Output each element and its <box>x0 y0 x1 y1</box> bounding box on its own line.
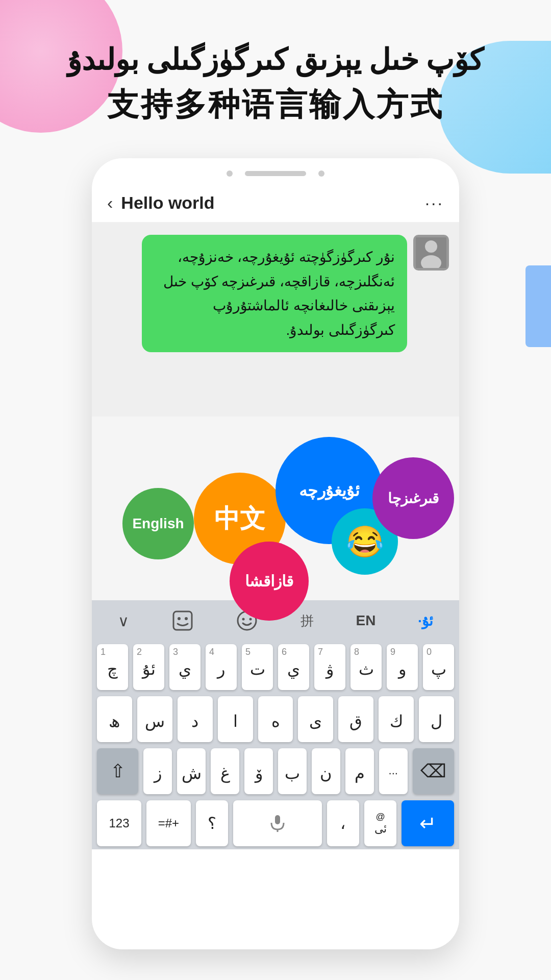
message-bubble: نۇر كىرگۈزگۈچتە ئۇيغۇرچە، خەنزۇچە، ئەنگل… <box>142 235 407 352</box>
key-4-r[interactable]: 4ر <box>206 644 237 690</box>
avatar-image <box>416 237 446 268</box>
key-ellipsis[interactable]: ··· <box>379 748 408 794</box>
backspace-key[interactable]: ⌫ <box>413 748 454 794</box>
shift-icon: ⇧ <box>110 761 126 782</box>
keyboard-row-1: 1چ 2ئۇ 3ي 4ر 5ت 6ي 7ۋ 8ث 9و 0پ <box>92 641 459 693</box>
dot-1 <box>227 170 233 177</box>
chat-title: Hello world <box>121 193 214 213</box>
phone-mockup: ‹ Hello world ··· نۇر كىرگۈزگۈچتە ئۇيغۇر… <box>92 158 459 949</box>
message-row: نۇر كىرگۈزگۈچتە ئۇيغۇرچە، خەنزۇچە، ئەنگل… <box>142 235 449 404</box>
toolbar-sticker-button[interactable] <box>171 609 194 632</box>
toolbar-collapse-button[interactable]: ∨ <box>118 612 129 630</box>
svg-point-5 <box>185 617 188 620</box>
chat-header-left: ‹ Hello world <box>107 193 215 213</box>
keyboard-row-4: 123 =#+ ؟ ، @ئى ↵ <box>92 797 459 849</box>
space-key[interactable] <box>233 800 322 846</box>
keyboard-row-3: ⇧ ز ش غ ۆ ب ن م ··· ⌫ <box>92 745 459 797</box>
backspace-icon: ⌫ <box>420 761 446 782</box>
key-1-ch[interactable]: 1چ <box>97 644 128 690</box>
microphone-icon <box>268 814 287 832</box>
bg-decoration-blue-rect <box>525 265 551 347</box>
key-7-w[interactable]: 7ۋ <box>314 644 345 690</box>
key-5-t[interactable]: 5ت <box>242 644 273 690</box>
toolbar-english-button[interactable]: EN <box>356 612 375 629</box>
header-area: كۆپ خىل يېزىق كىرگۈزگىلى بولىدۇ 支持多种语言输入… <box>46 41 505 126</box>
key-l[interactable]: ل <box>419 696 454 742</box>
key-special[interactable]: =#+ <box>146 800 191 846</box>
svg-point-7 <box>242 618 245 621</box>
toolbar-pinyin-button[interactable]: 拼 <box>300 612 314 630</box>
key-i[interactable]: ى <box>298 696 333 742</box>
dot-2 <box>318 170 324 177</box>
toolbar-uyghur-button[interactable]: ئۇ· <box>418 612 433 629</box>
key-b[interactable]: ب <box>278 748 307 794</box>
key-2-uu[interactable]: 2ئۇ <box>133 644 164 690</box>
key-n[interactable]: ن <box>312 748 340 794</box>
top-pill <box>245 171 306 176</box>
bubble-english[interactable]: English <box>122 488 194 559</box>
enter-icon: ↵ <box>419 812 437 835</box>
sticker-icon <box>171 609 194 632</box>
key-m[interactable]: م <box>345 748 374 794</box>
key-comma[interactable]: ، <box>327 800 359 846</box>
key-d[interactable]: د <box>178 696 213 742</box>
keyboard-area: 1چ 2ئۇ 3ي 4ر 5ت 6ي 7ۋ 8ث 9و 0پ ھ س د ا ە… <box>92 641 459 849</box>
enter-key[interactable]: ↵ <box>402 800 454 846</box>
key-9-o[interactable]: 9و <box>387 644 418 690</box>
header-chinese-text: 支持多种语言输入方式 <box>46 83 505 126</box>
key-k[interactable]: ك <box>379 696 414 742</box>
key-s[interactable]: س <box>137 696 172 742</box>
key-h[interactable]: ھ <box>97 696 132 742</box>
key-gh[interactable]: غ <box>211 748 239 794</box>
svg-rect-3 <box>173 611 192 630</box>
key-8-th[interactable]: 8ث <box>350 644 382 690</box>
svg-point-1 <box>425 240 437 253</box>
bubble-kazakh[interactable]: قازاقشا <box>230 542 309 621</box>
key-a[interactable]: ا <box>218 696 253 742</box>
key-123[interactable]: 123 <box>97 800 141 846</box>
key-e[interactable]: ە <box>258 696 293 742</box>
bubble-kyrgyz[interactable]: قىرغىزچا <box>372 457 454 539</box>
svg-point-8 <box>249 618 252 621</box>
key-q[interactable]: ق <box>338 696 373 742</box>
back-button[interactable]: ‹ <box>107 193 113 213</box>
key-oe[interactable]: ۆ <box>244 748 273 794</box>
key-3-y[interactable]: 3ي <box>169 644 201 690</box>
bubbles-area: English 中文 ئۇيغۇرچە 😂 قىرغىزچا قازاقشا <box>92 416 459 600</box>
chat-menu-button[interactable]: ··· <box>425 193 444 213</box>
svg-rect-9 <box>275 815 280 824</box>
key-0-p[interactable]: 0پ <box>423 644 454 690</box>
chevron-down-icon: ∨ <box>118 612 129 630</box>
phone-top-bar <box>92 158 459 184</box>
shift-key[interactable]: ⇧ <box>97 748 138 794</box>
key-6-y2[interactable]: 6ي <box>278 644 309 690</box>
header-uyghur-text: كۆپ خىل يېزىق كىرگۈزگىلى بولىدۇ <box>46 41 505 79</box>
key-sh[interactable]: ش <box>177 748 206 794</box>
key-at-uy[interactable]: @ئى <box>364 800 396 846</box>
key-z[interactable]: ز <box>143 748 172 794</box>
message-avatar <box>413 235 449 271</box>
chat-header: ‹ Hello world ··· <box>92 184 459 223</box>
svg-point-4 <box>178 617 181 620</box>
key-question[interactable]: ؟ <box>196 800 228 846</box>
chat-area: نۇر كىرگۈزگۈچتە ئۇيغۇرچە، خەنزۇچە، ئەنگل… <box>92 223 459 416</box>
keyboard-row-2: ھ س د ا ە ى ق ك ل <box>92 693 459 745</box>
